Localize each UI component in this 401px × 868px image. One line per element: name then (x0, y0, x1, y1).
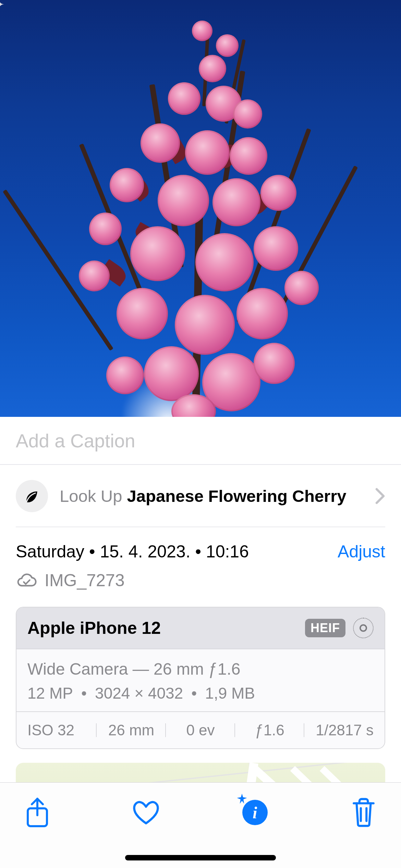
exif-aperture: ƒ1.6 (235, 722, 304, 739)
info-button[interactable]: i (240, 797, 270, 828)
format-badge: HEIF (305, 619, 345, 637)
lens-icon (353, 618, 374, 638)
sparkle-icon: ✦ (0, 0, 5, 12)
device-label: Apple iPhone 12 (27, 618, 161, 638)
metadata-section: Saturday • 15. 4. 2023. • 10:16 Adjust I… (16, 527, 385, 807)
home-indicator[interactable] (125, 855, 276, 860)
info-panel: ✦ Look Up Japanese Flowering Cherry Satu… (0, 464, 401, 807)
leaf-icon (16, 480, 48, 512)
chevron-right-icon (375, 487, 385, 505)
caption-input[interactable] (16, 430, 385, 452)
lookup-subject: Japanese Flowering Cherry (127, 486, 347, 506)
share-button[interactable] (22, 797, 53, 828)
dimensions-label: 12 MP• 3024 × 4032• 1,9 MB (27, 684, 374, 702)
caption-section (0, 417, 401, 464)
exif-focal: 26 mm (97, 722, 166, 739)
favorite-button[interactable] (131, 797, 161, 828)
exif-shutter: 1/2817 s (304, 722, 381, 739)
exif-row: ISO 32 26 mm 0 ev ƒ1.6 1/2817 s (16, 712, 385, 748)
cloud-synced-icon (16, 572, 37, 589)
sparkle-icon (235, 794, 249, 808)
camera-card: Apple iPhone 12 HEIF Wide Camera — 26 mm… (16, 607, 385, 749)
lens-label: Wide Camera — 26 mm ƒ1.6 (27, 660, 374, 678)
visual-lookup-row[interactable]: ✦ Look Up Japanese Flowering Cherry (16, 465, 385, 527)
photo-content (58, 14, 329, 417)
exif-iso: ISO 32 (20, 722, 97, 739)
exif-ev: 0 ev (166, 722, 235, 739)
photo-viewer[interactable] (0, 0, 401, 417)
lookup-prefix: Look Up (60, 486, 122, 506)
filename-label: IMG_7273 (45, 570, 124, 590)
date-time-label: Saturday • 15. 4. 2023. • 10:16 (16, 542, 249, 562)
delete-button[interactable] (348, 797, 379, 828)
adjust-button[interactable]: Adjust (338, 542, 385, 562)
